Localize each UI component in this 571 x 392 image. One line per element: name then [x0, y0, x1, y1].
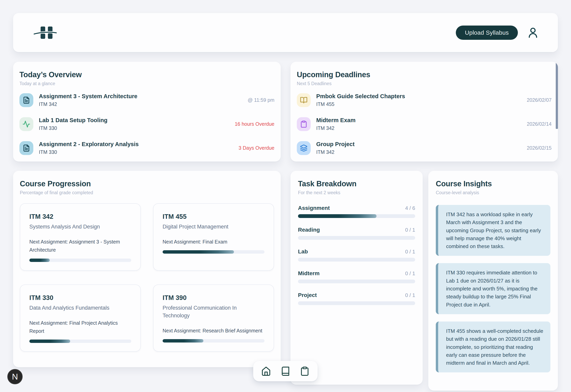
course-name: Digital Project Management: [163, 223, 265, 231]
insights-subtitle: Course-level analysis: [436, 190, 550, 196]
course-name: Data And Analytics Fundamentals: [29, 304, 131, 312]
task-label: Lab: [298, 249, 308, 255]
upload-syllabus-button[interactable]: Upload Syllabus: [456, 26, 518, 40]
task-progress-track: [298, 236, 415, 240]
nav-home-button[interactable]: [261, 366, 271, 376]
book-chip: [297, 93, 311, 107]
today-item-assignment-2[interactable]: Assignment 2 - Exploratory Analysis ITM …: [19, 141, 276, 155]
item-text: Lab 1 Data Setup Tooling ITM 330: [39, 117, 107, 131]
task-progress-track: [298, 258, 415, 262]
course-progress-fill: [29, 339, 70, 343]
deadline-item-group-project[interactable]: Group Project ITM 342 2026/02/15: [297, 141, 553, 155]
task-count: 0 / 1: [405, 227, 415, 233]
course-name: Systems Analysis And Design: [29, 223, 131, 231]
course-name: Professional Communication In Technology: [163, 304, 265, 320]
book-icon: [281, 366, 290, 376]
course-next-assignment: Next Assignment: Final Exam: [163, 238, 265, 246]
course-progress-track: [29, 339, 131, 343]
user-avatar-button[interactable]: [526, 26, 539, 39]
item-title: Assignment 3 - System Architecture: [39, 93, 137, 99]
deadlines-scrollbar[interactable]: [556, 63, 558, 129]
tasks-subtitle: For the next 2 weeks: [298, 190, 415, 196]
item-course: ITM 330: [39, 149, 139, 155]
item-course: ITM 342: [39, 101, 137, 107]
nav-courses-button[interactable]: [281, 366, 290, 376]
task-count: 0 / 1: [405, 292, 415, 298]
item-text: Group Project ITM 342: [316, 141, 355, 155]
item-due-time: @ 11:59 pm: [248, 97, 276, 103]
course-code: ITM 455: [163, 213, 265, 220]
item-course: ITM 455: [316, 101, 405, 107]
today-overview-card: Today’s Overview Today at a glance Assig…: [13, 62, 281, 162]
item-course: ITM 342: [316, 149, 355, 155]
deadline-item-midterm[interactable]: Midterm Exam ITM 342 2026/02/14: [297, 117, 553, 131]
task-label: Reading: [298, 227, 320, 233]
item-title: Midterm Exam: [316, 117, 356, 124]
task-head: Project 0 / 1: [298, 292, 415, 298]
task-row-lab: Lab 0 / 1: [298, 249, 415, 262]
layers-chip: [297, 141, 311, 155]
task-row-reading: Reading 0 / 1: [298, 227, 415, 240]
deadlines-subtitle: Next 5 Deadlines: [297, 81, 553, 86]
item-title: Pmbok Guide Selected Chapters: [316, 93, 405, 99]
tasks-title: Task Breakdown: [298, 180, 415, 188]
today-item-lab-1[interactable]: Lab 1 Data Setup Tooling ITM 330 16 hour…: [19, 117, 276, 131]
insight-note-itm455: ITM 455 shows a well-completed schedule …: [436, 322, 550, 372]
course-card-itm342: ITM 342 Systems Analysis And Design Next…: [20, 203, 141, 271]
task-head: Lab 0 / 1: [298, 249, 415, 255]
course-progress-track: [29, 259, 131, 262]
item-overdue-badge: 3 Days Overdue: [239, 145, 276, 151]
deadline-item-pmbok[interactable]: Pmbok Guide Selected Chapters ITM 455 20…: [297, 93, 553, 107]
user-icon: [527, 27, 539, 39]
item-course: ITM 330: [39, 125, 107, 131]
item-title: Assignment 2 - Exploratory Analysis: [39, 141, 139, 148]
insight-note-itm330: ITM 330 requires immediate attention to …: [436, 263, 550, 314]
file-text-icon: [23, 97, 30, 104]
task-label: Assignment: [298, 205, 330, 211]
item-title: Group Project: [316, 141, 355, 148]
nav-tasks-button[interactable]: [300, 366, 310, 376]
insights-title: Course Insights: [436, 180, 550, 188]
task-row-project: Project 0 / 1: [298, 292, 415, 305]
course-progress-track: [163, 339, 265, 342]
course-progress-track: [163, 250, 265, 254]
dashboard-page: Upload Syllabus Today’s Overview Today a…: [0, 0, 571, 392]
course-card-itm390: ITM 390 Professional Communication In Te…: [153, 284, 274, 352]
item-text: Assignment 3 - System Architecture ITM 3…: [39, 93, 137, 107]
today-item-list: Assignment 3 - System Architecture ITM 3…: [19, 93, 276, 155]
course-card-itm455: ITM 455 Digital Project Management Next …: [153, 203, 274, 271]
task-progress-track: [298, 214, 415, 218]
item-text: Midterm Exam ITM 342: [316, 117, 356, 131]
clipboard-icon: [300, 120, 307, 128]
insight-note-list: ITM 342 has a workload spike in early Ma…: [436, 205, 550, 372]
task-progress-track: [298, 301, 415, 305]
layers-icon: [300, 144, 307, 152]
brand-logo-icon: [34, 26, 57, 40]
task-breakdown-card: Task Breakdown For the next 2 weeks Assi…: [290, 171, 423, 385]
activity-icon: [22, 120, 30, 128]
task-progress-fill: [298, 214, 376, 218]
item-due-date: 2026/02/07: [527, 97, 553, 103]
bottom-nav: [253, 361, 318, 381]
header-bar: Upload Syllabus: [13, 13, 558, 52]
task-label: Midterm: [298, 270, 320, 277]
course-code: ITM 342: [29, 213, 131, 220]
course-next-assignment: Next Assignment: Research Brief Assignme…: [163, 327, 265, 335]
file-text-icon: [23, 144, 30, 152]
header-actions: Upload Syllabus: [456, 26, 539, 40]
task-head: Reading 0 / 1: [298, 227, 415, 233]
item-course: ITM 342: [316, 125, 356, 131]
today-title: Today’s Overview: [19, 70, 276, 79]
course-insights-card: Course Insights Course-level analysis IT…: [428, 171, 558, 391]
course-card-itm330: ITM 330 Data And Analytics Fundamentals …: [20, 284, 141, 352]
task-head: Assignment 4 / 6: [298, 205, 415, 211]
task-count: 4 / 6: [405, 205, 415, 211]
course-code: ITM 390: [163, 294, 265, 302]
course-code: ITM 330: [29, 294, 131, 302]
progression-subtitle: Percentage of final grade completed: [20, 190, 274, 196]
course-progress-fill: [163, 250, 234, 254]
nextjs-dev-badge[interactable]: N: [7, 369, 23, 384]
task-row-assignment: Assignment 4 / 6: [298, 205, 415, 218]
today-item-assignment-3[interactable]: Assignment 3 - System Architecture ITM 3…: [19, 93, 276, 107]
task-count: 0 / 1: [405, 249, 415, 255]
